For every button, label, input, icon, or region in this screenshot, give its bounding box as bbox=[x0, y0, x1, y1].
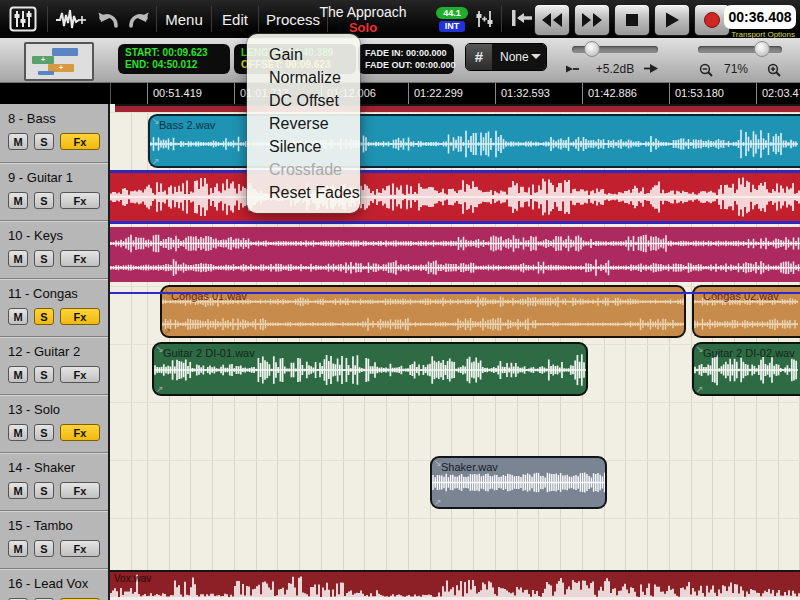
fx-button[interactable]: Fx bbox=[60, 192, 100, 209]
solo-button[interactable]: S bbox=[34, 424, 54, 441]
mute-button[interactable]: M bbox=[8, 308, 28, 325]
fx-button[interactable]: Fx bbox=[60, 482, 100, 499]
add-track-icon[interactable] bbox=[472, 6, 496, 32]
menu-item-silence[interactable]: Silence bbox=[247, 135, 360, 158]
stop-button[interactable] bbox=[614, 4, 650, 36]
timeline-ruler[interactable]: 00:51.41901:01.71301:12.00601:22.29901:3… bbox=[0, 82, 800, 104]
clip-guitar-1[interactable] bbox=[110, 170, 800, 224]
mute-button[interactable]: M bbox=[8, 482, 28, 499]
waveform bbox=[110, 572, 800, 600]
track-header-12-guitar-2[interactable]: 12 - Guitar 2MSFx bbox=[0, 336, 108, 394]
menu-button[interactable]: Menu bbox=[158, 0, 210, 38]
track-header-14-shaker[interactable]: 14 - ShakerMSFx bbox=[0, 452, 108, 510]
return-to-start-icon[interactable] bbox=[507, 6, 535, 30]
solo-button[interactable]: S bbox=[34, 308, 54, 325]
automation-line[interactable] bbox=[110, 292, 800, 294]
clip-keys[interactable] bbox=[110, 227, 800, 282]
clip-label: Vox.wav bbox=[114, 573, 151, 584]
clip-guitar-2-di-02[interactable]: ↘ ↗ Guitar 2 DI-02.wav bbox=[692, 342, 800, 396]
ruler-tick: 00:51.419 bbox=[147, 82, 202, 104]
solo-button[interactable]: S bbox=[34, 482, 54, 499]
menu-item-gain[interactable]: Gain bbox=[247, 43, 360, 66]
clip-label: Bass 2.wav bbox=[159, 119, 215, 131]
play-icon bbox=[663, 12, 681, 28]
fade-handle-icon[interactable]: ↗ bbox=[156, 384, 164, 394]
sample-rate-badge: 44.1 bbox=[436, 7, 468, 19]
mute-button[interactable]: M bbox=[8, 366, 28, 383]
waveform bbox=[110, 227, 800, 282]
mute-button[interactable]: M bbox=[8, 133, 28, 150]
clip-guitar-2-di-01[interactable]: ↘ ↗ Guitar 2 DI-01.wav bbox=[152, 342, 588, 396]
redo-button[interactable] bbox=[123, 0, 155, 38]
fx-button[interactable]: Fx bbox=[60, 308, 100, 325]
fade-handle-icon[interactable]: ↗ bbox=[152, 156, 160, 166]
track-name: 8 - Bass bbox=[8, 111, 56, 126]
mute-button[interactable]: M bbox=[8, 192, 28, 209]
fast-forward-button[interactable] bbox=[574, 4, 610, 36]
mixer-button[interactable] bbox=[0, 0, 46, 38]
zoom-in-icon[interactable] bbox=[767, 63, 781, 77]
fx-button[interactable]: Fx bbox=[60, 133, 100, 150]
solo-button[interactable]: S bbox=[34, 192, 54, 209]
arrange-view-icon[interactable]: + + bbox=[24, 42, 94, 81]
zoom-slider-knob[interactable] bbox=[754, 41, 770, 57]
auria-daw-app: Menu Edit Process The Approach Solo 44.1… bbox=[0, 0, 800, 600]
track-header-15-tambo[interactable]: 15 - TamboMSFx bbox=[0, 510, 108, 568]
track-name: 10 - Keys bbox=[8, 228, 63, 243]
waveform-edit-button[interactable] bbox=[49, 0, 93, 38]
track-header-10-keys[interactable]: 10 - KeysMSFx bbox=[0, 220, 108, 278]
menu-item-reset-fades[interactable]: Reset Fades bbox=[247, 181, 360, 204]
menu-item-reverse[interactable]: Reverse bbox=[247, 112, 360, 135]
gain-slider[interactable] bbox=[572, 46, 658, 53]
time-display[interactable]: 00:36.408 bbox=[724, 5, 796, 29]
waveform bbox=[110, 173, 800, 221]
solo-indicator: Solo bbox=[305, 20, 421, 35]
track-header-16-lead-vox[interactable]: 16 - Lead VoxMSFx bbox=[0, 568, 108, 600]
clip-vox[interactable]: Vox.wav bbox=[110, 570, 800, 600]
ruler-edge bbox=[110, 82, 111, 104]
track-name: 16 - Lead Vox bbox=[8, 576, 88, 591]
song-title-block: The Approach Solo bbox=[305, 0, 421, 38]
mute-button[interactable]: M bbox=[8, 424, 28, 441]
track-header-8-bass[interactable]: 8 - BassMSFx bbox=[0, 104, 108, 162]
rewind-button[interactable] bbox=[534, 4, 570, 36]
menu-item-normalize[interactable]: Normalize bbox=[247, 66, 360, 89]
track-header-11-congas[interactable]: 11 - CongasMSFx bbox=[0, 278, 108, 336]
mute-button[interactable]: M bbox=[8, 250, 28, 267]
fx-button[interactable]: Fx bbox=[60, 424, 100, 441]
solo-button[interactable]: S bbox=[34, 250, 54, 267]
fade-handle-icon[interactable]: ↗ bbox=[434, 497, 442, 507]
fx-button[interactable]: Fx bbox=[60, 366, 100, 383]
solo-button[interactable]: S bbox=[34, 133, 54, 150]
fade-handle-icon[interactable]: ↗ bbox=[696, 384, 704, 394]
toolbar-separator bbox=[211, 6, 212, 32]
fade-handle-icon[interactable]: ↗ bbox=[164, 326, 172, 336]
gain-slider-knob[interactable] bbox=[584, 41, 600, 57]
edit-button[interactable]: Edit bbox=[213, 0, 257, 38]
fade-in-value: FADE IN: 00:00.000 bbox=[365, 47, 447, 59]
clip-bass-2[interactable]: ↘ ↗ Bass 2.wav bbox=[148, 114, 800, 168]
menu-item-dc-offset[interactable]: DC Offset bbox=[247, 89, 360, 112]
snap-dropdown[interactable]: None bbox=[492, 44, 546, 70]
waveform-editor-icon bbox=[55, 7, 87, 31]
mute-button[interactable]: M bbox=[8, 540, 28, 557]
clip-partial-above[interactable] bbox=[115, 104, 800, 112]
solo-button[interactable]: S bbox=[34, 366, 54, 383]
play-button[interactable] bbox=[654, 4, 690, 36]
clip-label: Guitar 2 DI-01.wav bbox=[163, 347, 255, 359]
snap-grid-icon[interactable]: # bbox=[466, 44, 492, 70]
snap-control: # None bbox=[465, 43, 547, 71]
clip-shaker[interactable]: ↘ ↗ Shaker.wav bbox=[430, 456, 607, 509]
track-header-9-guitar-1[interactable]: 9 - Guitar 1MSFx bbox=[0, 162, 108, 220]
solo-button[interactable]: S bbox=[34, 540, 54, 557]
clip-label: Guitar 2 DI-02.wav bbox=[703, 347, 795, 359]
fx-button[interactable]: Fx bbox=[60, 250, 100, 267]
fx-button[interactable]: Fx bbox=[60, 540, 100, 557]
track-header-13-solo[interactable]: 13 - SoloMSFx bbox=[0, 394, 108, 452]
undo-button[interactable] bbox=[93, 0, 123, 38]
gain-increase-icon[interactable] bbox=[644, 63, 659, 74]
zoom-slider[interactable] bbox=[698, 46, 782, 53]
arrange-area[interactable]: ↘ ↗ Bass 2.wav ↘ ↗ Congas 01.wav Congas … bbox=[110, 104, 800, 600]
stop-icon bbox=[624, 12, 640, 28]
zoom-out-icon[interactable] bbox=[699, 63, 713, 77]
